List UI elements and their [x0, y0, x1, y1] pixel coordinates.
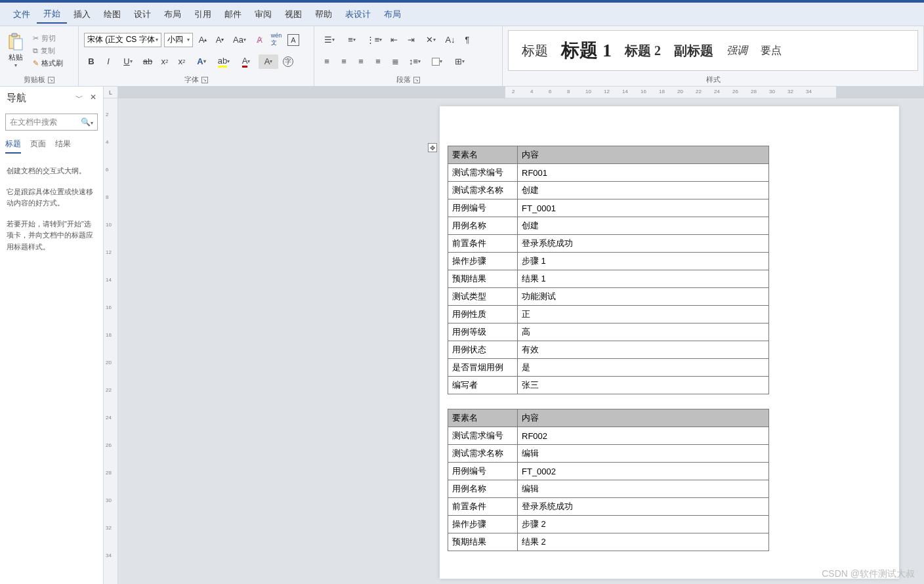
table-row[interactable]: 测试需求名称编辑 — [448, 445, 769, 463]
paragraph-dialog-launcher[interactable]: ↘ — [413, 77, 420, 83]
table-cell[interactable]: 测试类型 — [448, 288, 518, 306]
vertical-ruler[interactable]: L 246810121416182022242628303234 — [104, 87, 118, 584]
table-cell[interactable]: 功能测试 — [518, 288, 769, 306]
table-cell[interactable]: 前置条件 — [448, 235, 518, 253]
table-row[interactable]: 用例状态有效 — [448, 341, 769, 359]
table-row[interactable]: 前置条件登录系统成功 — [448, 235, 769, 253]
line-spacing-button[interactable]: ↕≡▾ — [405, 54, 425, 69]
enclose-characters-button[interactable]: 字 — [281, 54, 295, 69]
table-cell[interactable]: 结果 2 — [518, 533, 769, 551]
table-cell[interactable]: 结果 1 — [518, 270, 769, 288]
tab-mailings[interactable]: 邮件 — [218, 6, 248, 23]
cut-button[interactable]: ✂剪切 — [30, 33, 66, 44]
table-cell[interactable]: 是否冒烟用例 — [448, 359, 518, 377]
table-cell[interactable]: 测试需求编号 — [448, 427, 518, 445]
table-cell[interactable]: 用例编号 — [448, 463, 518, 480]
table-header-cell[interactable]: 内容 — [518, 409, 769, 427]
close-icon[interactable]: ✕ — [90, 93, 96, 104]
style-heading2[interactable]: 标题 2 — [625, 42, 661, 60]
subscript-button[interactable]: x2 — [158, 54, 172, 69]
borders-button[interactable]: ⊞▾ — [450, 54, 469, 69]
table-cell[interactable]: 操作步骤 — [448, 516, 518, 533]
table-row[interactable]: 预期结果结果 2 — [448, 533, 769, 551]
table-cell[interactable]: RF001 — [518, 164, 769, 182]
document-table[interactable]: 要素名内容测试需求编号RF002测试需求名称编辑用例编号FT_0002用例名称编… — [448, 409, 769, 551]
table-row[interactable]: 测试类型功能测试 — [448, 288, 769, 306]
align-left-button[interactable]: ≡ — [320, 54, 334, 69]
nav-tab-headings[interactable]: 标题 — [5, 138, 21, 154]
table-row[interactable]: 用例编号FT_0001 — [448, 199, 769, 217]
paste-button[interactable]: 粘贴 ▾ — [3, 30, 29, 71]
font-family-combo[interactable]: 宋体 (正文 CS 字体▾ — [84, 33, 161, 47]
table-cell[interactable]: 用例名称 — [448, 217, 518, 235]
align-center-button[interactable]: ≡ — [337, 54, 351, 69]
table-row[interactable]: 用例性质正 — [448, 306, 769, 323]
style-point[interactable]: 要点 — [761, 44, 782, 58]
table-cell[interactable]: 步骤 2 — [518, 516, 769, 533]
highlight-color-button[interactable]: ab▾ — [214, 54, 234, 69]
bullets-button[interactable]: ☰▾ — [320, 33, 339, 47]
format-painter-button[interactable]: ✎格式刷 — [30, 58, 66, 69]
multilevel-list-button[interactable]: ⋮≡▾ — [364, 33, 384, 47]
table-cell[interactable]: FT_0002 — [518, 463, 769, 480]
table-row[interactable]: 用例编号FT_0002 — [448, 463, 769, 480]
tab-layout[interactable]: 布局 — [158, 6, 188, 23]
table-row[interactable]: 编写者张三 — [448, 377, 769, 394]
change-case-button[interactable]: Aa▾ — [230, 33, 249, 47]
table-row[interactable]: 用例名称创建 — [448, 217, 769, 235]
strikethrough-button[interactable]: ab — [140, 54, 155, 69]
numbering-button[interactable]: ≡▾ — [342, 33, 362, 47]
table-cell[interactable]: 前置条件 — [448, 498, 518, 516]
align-right-button[interactable]: ≡ — [354, 54, 368, 69]
underline-button[interactable]: U▾ — [118, 54, 138, 69]
font-dialog-launcher[interactable]: ↘ — [201, 77, 208, 83]
style-heading1[interactable]: 标题 1 — [561, 38, 612, 63]
table-cell[interactable]: 用例等级 — [448, 323, 518, 341]
table-cell[interactable]: 用例性质 — [448, 306, 518, 323]
nav-search-input[interactable]: 在文档中搜索 🔍▾ — [5, 114, 98, 131]
horizontal-ruler[interactable]: 246810121416182022242628303234 — [118, 87, 924, 98]
show-marks-button[interactable]: ¶ — [460, 33, 474, 47]
grow-font-button[interactable]: A▴ — [196, 33, 210, 47]
table-row[interactable]: 用例名称编辑 — [448, 480, 769, 498]
table-row[interactable]: 测试需求编号RF001 — [448, 164, 769, 182]
table-row[interactable]: 是否冒烟用例是 — [448, 359, 769, 377]
table-cell[interactable]: 步骤 1 — [518, 253, 769, 270]
table-cell[interactable]: 登录系统成功 — [518, 498, 769, 516]
nav-tab-pages[interactable]: 页面 — [30, 138, 46, 154]
tab-home[interactable]: 开始 — [37, 5, 67, 24]
style-title[interactable]: 标题 — [522, 42, 548, 60]
table-row[interactable]: 测试需求编号RF002 — [448, 427, 769, 445]
table-row[interactable]: 预期结果结果 1 — [448, 270, 769, 288]
table-cell[interactable]: 正 — [518, 306, 769, 323]
table-row[interactable]: 用例等级高 — [448, 323, 769, 341]
table-cell[interactable]: FT_0001 — [518, 199, 769, 217]
chevron-down-icon[interactable]: ﹀ — [75, 93, 83, 104]
bold-button[interactable]: B — [84, 54, 98, 69]
table-header-cell[interactable]: 要素名 — [448, 146, 518, 164]
shrink-font-button[interactable]: A▾ — [213, 33, 227, 47]
search-icon[interactable]: 🔍▾ — [81, 117, 93, 127]
font-size-combo[interactable]: 小四▾ — [164, 33, 193, 47]
table-header-cell[interactable]: 要素名 — [448, 409, 518, 427]
table-cell[interactable]: RF002 — [518, 427, 769, 445]
table-row[interactable]: 操作步骤步骤 2 — [448, 516, 769, 533]
table-cell[interactable]: 测试需求名称 — [448, 445, 518, 463]
styles-gallery[interactable]: 标题 标题 1 标题 2 副标题 强调 要点 — [508, 30, 918, 71]
tab-view[interactable]: 视图 — [278, 6, 308, 23]
justify-button[interactable]: ≡ — [371, 54, 385, 69]
table-cell[interactable]: 创建 — [518, 217, 769, 235]
tab-file[interactable]: 文件 — [7, 6, 37, 23]
clipboard-dialog-launcher[interactable]: ↘ — [48, 77, 54, 83]
table-cell[interactable]: 用例名称 — [448, 480, 518, 498]
table-cell[interactable]: 测试需求名称 — [448, 182, 518, 199]
char-shading-button[interactable]: A▾ — [259, 54, 278, 69]
tab-design[interactable]: 设计 — [127, 6, 158, 23]
copy-button[interactable]: ⧉复制 — [30, 45, 66, 56]
shading-button[interactable]: ▾ — [427, 54, 447, 69]
text-effects-button[interactable]: A▾ — [192, 54, 211, 69]
tab-table-layout[interactable]: 布局 — [377, 6, 408, 23]
table-cell[interactable]: 用例编号 — [448, 199, 518, 217]
italic-button[interactable]: I — [101, 54, 116, 69]
tab-table-design[interactable]: 表设计 — [339, 6, 377, 23]
